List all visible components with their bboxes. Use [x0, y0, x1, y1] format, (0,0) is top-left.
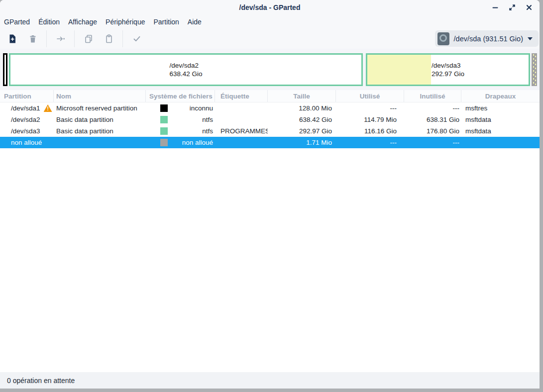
- paste-icon: [104, 34, 114, 44]
- column-header-nom[interactable]: Nom: [54, 90, 146, 102]
- filesystem-color-swatch: [160, 104, 168, 112]
- trash-icon: [28, 34, 38, 44]
- taille-value: 292.97 Gio: [268, 125, 336, 137]
- utilise-value: 114.79 Mio: [336, 114, 404, 125]
- column-header-partition[interactable]: Partition: [0, 90, 54, 102]
- close-button[interactable]: [525, 3, 534, 12]
- partition-label: Microsoft reserved partition: [54, 104, 146, 112]
- utilise-value: ---: [336, 137, 404, 148]
- drapeaux-value: msftdata: [461, 127, 540, 135]
- resize-move-button[interactable]: [50, 30, 71, 47]
- filesystem-name: non alloué: [168, 139, 213, 146]
- inutilise-value: 638.31 Gio: [404, 114, 461, 125]
- chevron-down-icon: [528, 37, 533, 40]
- toolbar-separator: [122, 30, 123, 47]
- partition-name: non alloué: [11, 139, 42, 146]
- menu-gparted[interactable]: GParted: [4, 16, 34, 27]
- toolbar-separator: [46, 30, 47, 47]
- new-partition-button[interactable]: [2, 30, 22, 47]
- new-partition-icon: [7, 34, 17, 44]
- toolbar-separator: [74, 30, 75, 47]
- column-header-drapeaux[interactable]: Drapeaux: [461, 90, 540, 102]
- menu-affichage[interactable]: Affichage: [64, 16, 101, 27]
- taille-value: 128.00 Mio: [268, 102, 336, 114]
- column-header-taille[interactable]: Taille: [268, 90, 336, 102]
- filesystem-color-swatch: [160, 139, 168, 146]
- taille-value: 1.71 Mio: [268, 137, 336, 148]
- filesystem-name: inconnu: [168, 104, 213, 112]
- inutilise-value: ---: [404, 137, 461, 148]
- drive-icon: [437, 32, 449, 45]
- warning-icon: [44, 104, 52, 112]
- statusbar: 0 opération en attente: [0, 372, 540, 389]
- partition-name: /dev/sda2: [11, 116, 40, 123]
- delete-partition-button[interactable]: [22, 30, 43, 47]
- column-header-etiquette[interactable]: Étiquette: [215, 90, 268, 102]
- menu-edition[interactable]: Édition: [34, 16, 64, 27]
- utilise-value: ---: [336, 102, 404, 114]
- window-title: /dev/sda - GParted: [239, 3, 301, 11]
- disk-segment-sda3[interactable]: /dev/sda3 292.97 Gio: [366, 53, 530, 86]
- copy-icon: [84, 34, 94, 44]
- filesystem-color-swatch: [160, 127, 168, 135]
- filesystem-name: ntfs: [168, 116, 213, 123]
- etiquette-value: PROGRAMMES: [215, 127, 268, 135]
- disk-visual-bar: /dev/sda2 638.42 Gio /dev/sda3 292.97 Gi…: [0, 49, 540, 90]
- resize-move-icon: [56, 34, 66, 44]
- taille-value: 638.42 Gio: [268, 114, 336, 125]
- table-row-unallocated[interactable]: non alloué non alloué 1.71 Mio --- ---: [0, 137, 540, 148]
- copy-partition-button[interactable]: [78, 30, 99, 47]
- column-header-utilise[interactable]: Utilisé: [336, 90, 404, 102]
- disk-segment-unallocated[interactable]: [532, 53, 537, 86]
- table-row-sda1[interactable]: /dev/sda1 Microsoft reserved partition i…: [0, 102, 540, 114]
- pending-operations-text: 0 opération en attente: [7, 377, 75, 385]
- table-empty-area: [0, 148, 540, 372]
- window-controls: [491, 0, 534, 15]
- filesystem-name: ntfs: [168, 127, 213, 135]
- column-header-inutilise[interactable]: Inutilisé: [404, 90, 461, 102]
- disk-segment-sda1[interactable]: [3, 53, 7, 86]
- menu-partition[interactable]: Partition: [149, 16, 183, 27]
- inutilise-value: 176.80 Gio: [404, 125, 461, 137]
- menu-aide[interactable]: Aide: [184, 16, 206, 27]
- partition-label: Basic data partition: [54, 127, 146, 135]
- partition-name: /dev/sda3: [11, 127, 40, 135]
- table-row-sda2[interactable]: /dev/sda2 Basic data partition ntfs 638.…: [0, 114, 540, 125]
- device-selector-label: /dev/sda (931.51 Gio): [454, 35, 523, 43]
- menu-peripherique[interactable]: Périphérique: [102, 16, 149, 27]
- drapeaux-value: msftres: [461, 104, 540, 112]
- gparted-window: /dev/sda - GParted GParted Édition Affic…: [0, 0, 540, 389]
- restore-button[interactable]: [508, 3, 517, 12]
- table-row-sda3[interactable]: /dev/sda3 Basic data partition ntfs PROG…: [0, 125, 540, 137]
- disk-segment-sda2[interactable]: /dev/sda2 638.42 Gio: [9, 53, 363, 86]
- used-space-fill: [367, 55, 431, 85]
- device-selector[interactable]: /dev/sda (931.51 Gio): [435, 30, 539, 47]
- partition-table-header: Partition Nom Système de fichiers Étique…: [0, 90, 540, 102]
- menubar: GParted Édition Affichage Périphérique P…: [0, 15, 540, 29]
- disk-segment-label: /dev/sda2 638.42 Gio: [169, 61, 202, 78]
- minimize-button[interactable]: [491, 3, 500, 12]
- partition-label: Basic data partition: [54, 116, 146, 123]
- toolbar: /dev/sda (931.51 Gio): [0, 29, 540, 49]
- disk-segment-label: /dev/sda3 292.97 Gio: [432, 61, 464, 78]
- apply-operations-button[interactable]: [126, 30, 147, 47]
- titlebar: /dev/sda - GParted: [0, 0, 540, 15]
- checkmark-icon: [132, 34, 142, 44]
- utilise-value: 116.16 Gio: [336, 125, 404, 137]
- inutilise-value: ---: [404, 102, 461, 114]
- drapeaux-value: msftdata: [461, 116, 540, 123]
- filesystem-color-swatch: [160, 116, 168, 123]
- column-header-filesystem[interactable]: Système de fichiers: [146, 90, 215, 102]
- paste-partition-button[interactable]: [99, 30, 119, 47]
- partition-name: /dev/sda1: [11, 104, 40, 112]
